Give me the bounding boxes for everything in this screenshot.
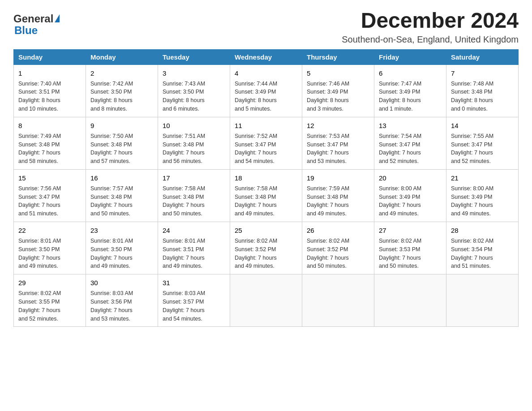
- day-daylight2: and 6 minutes.: [163, 106, 199, 112]
- day-daylight: Daylight: 8 hours: [18, 97, 60, 103]
- calendar-cell: 2Sunrise: 7:42 AMSunset: 3:50 PMDaylight…: [86, 64, 158, 117]
- calendar-week-row: 8Sunrise: 7:49 AMSunset: 3:48 PMDaylight…: [14, 117, 519, 169]
- calendar-header-monday: Monday: [86, 49, 158, 64]
- day-daylight: Daylight: 7 hours: [451, 202, 493, 208]
- day-sunset: Sunset: 3:47 PM: [18, 194, 60, 200]
- day-sunset: Sunset: 3:48 PM: [163, 194, 204, 200]
- day-number: 25: [235, 226, 297, 235]
- calendar-cell: 17Sunrise: 7:58 AMSunset: 3:48 PMDayligh…: [158, 170, 230, 222]
- day-sunrise: Sunrise: 7:43 AM: [163, 81, 205, 87]
- calendar-cell: 5Sunrise: 7:46 AMSunset: 3:49 PMDaylight…: [302, 64, 374, 117]
- day-daylight: Daylight: 7 hours: [307, 150, 349, 156]
- day-daylight: Daylight: 8 hours: [307, 97, 349, 103]
- day-sunrise: Sunrise: 7:52 AM: [235, 133, 277, 139]
- calendar-header-saturday: Saturday: [446, 49, 519, 64]
- day-sunrise: Sunrise: 7:54 AM: [379, 133, 421, 139]
- day-sunset: Sunset: 3:48 PM: [451, 89, 492, 95]
- day-number: 10: [163, 121, 225, 131]
- day-sunset: Sunset: 3:50 PM: [90, 246, 132, 253]
- day-sunrise: Sunrise: 7:51 AM: [163, 133, 205, 139]
- day-sunrise: Sunrise: 8:01 AM: [163, 238, 205, 244]
- month-year-title: December 2024: [342, 9, 519, 33]
- calendar-table: SundayMondayTuesdayWednesdayThursdayFrid…: [13, 49, 519, 327]
- day-number: 6: [379, 68, 442, 78]
- day-daylight: Daylight: 7 hours: [163, 202, 205, 208]
- calendar-cell: 4Sunrise: 7:44 AMSunset: 3:49 PMDaylight…: [230, 64, 302, 117]
- day-daylight: Daylight: 7 hours: [90, 150, 133, 156]
- day-sunrise: Sunrise: 8:03 AM: [90, 290, 133, 296]
- day-number: 21: [451, 173, 514, 183]
- day-daylight2: and 54 minutes.: [163, 316, 202, 322]
- calendar-cell: 27Sunrise: 8:02 AMSunset: 3:53 PMDayligh…: [374, 222, 446, 274]
- day-daylight2: and 0 minutes.: [451, 106, 488, 112]
- day-daylight2: and 49 minutes.: [451, 210, 491, 217]
- logo-triangle-icon: [55, 14, 60, 22]
- calendar-cell: 13Sunrise: 7:54 AMSunset: 3:47 PMDayligh…: [374, 117, 446, 169]
- day-sunset: Sunset: 3:52 PM: [307, 246, 348, 253]
- day-daylight: Daylight: 7 hours: [235, 255, 277, 261]
- day-sunset: Sunset: 3:49 PM: [379, 89, 420, 95]
- day-number: 30: [90, 278, 153, 288]
- day-number: 20: [379, 173, 442, 183]
- day-sunset: Sunset: 3:57 PM: [163, 299, 204, 305]
- calendar-header-sunday: Sunday: [14, 49, 86, 64]
- day-daylight2: and 5 minutes.: [235, 106, 271, 112]
- calendar-cell: 7Sunrise: 7:48 AMSunset: 3:48 PMDaylight…: [446, 64, 519, 117]
- day-daylight2: and 8 minutes.: [90, 106, 127, 112]
- day-daylight: Daylight: 8 hours: [235, 97, 277, 103]
- day-number: 15: [18, 173, 81, 183]
- day-daylight2: and 53 minutes.: [307, 158, 347, 164]
- day-sunrise: Sunrise: 7:58 AM: [163, 185, 205, 192]
- day-daylight: Daylight: 7 hours: [18, 255, 60, 261]
- day-daylight2: and 49 minutes.: [90, 263, 130, 269]
- day-number: 4: [235, 68, 297, 78]
- day-daylight: Daylight: 7 hours: [235, 202, 277, 208]
- day-daylight: Daylight: 7 hours: [451, 150, 493, 156]
- day-daylight2: and 49 minutes.: [235, 210, 275, 217]
- day-sunset: Sunset: 3:48 PM: [307, 194, 348, 200]
- calendar-cell: [302, 274, 374, 327]
- day-number: 14: [451, 121, 514, 131]
- day-daylight2: and 53 minutes.: [90, 316, 130, 322]
- day-sunset: Sunset: 3:47 PM: [235, 141, 276, 148]
- day-sunset: Sunset: 3:50 PM: [163, 89, 204, 95]
- day-number: 22: [18, 226, 81, 235]
- calendar-cell: 9Sunrise: 7:50 AMSunset: 3:48 PMDaylight…: [86, 117, 158, 169]
- day-daylight: Daylight: 7 hours: [451, 255, 493, 261]
- day-daylight: Daylight: 8 hours: [163, 97, 205, 103]
- day-number: 19: [307, 173, 369, 183]
- day-sunrise: Sunrise: 8:00 AM: [379, 185, 421, 192]
- day-daylight2: and 54 minutes.: [235, 158, 275, 164]
- day-sunset: Sunset: 3:50 PM: [18, 246, 60, 253]
- day-daylight2: and 50 minutes.: [307, 263, 347, 269]
- calendar-cell: 11Sunrise: 7:52 AMSunset: 3:47 PMDayligh…: [230, 117, 302, 169]
- day-daylight2: and 3 minutes.: [307, 106, 343, 112]
- day-daylight2: and 49 minutes.: [379, 210, 419, 217]
- day-daylight: Daylight: 7 hours: [379, 150, 421, 156]
- day-number: 8: [18, 121, 81, 131]
- day-daylight2: and 49 minutes.: [18, 263, 58, 269]
- day-sunrise: Sunrise: 7:59 AM: [307, 185, 349, 192]
- calendar-header-wednesday: Wednesday: [230, 49, 302, 64]
- day-daylight2: and 51 minutes.: [18, 210, 58, 217]
- day-number: 1: [18, 68, 81, 78]
- calendar-cell: [374, 274, 446, 327]
- calendar-header-tuesday: Tuesday: [158, 49, 230, 64]
- calendar-cell: 25Sunrise: 8:02 AMSunset: 3:52 PMDayligh…: [230, 222, 302, 274]
- day-number: 24: [163, 226, 225, 235]
- day-daylight: Daylight: 7 hours: [163, 150, 205, 156]
- day-daylight: Daylight: 8 hours: [90, 97, 133, 103]
- day-sunset: Sunset: 3:50 PM: [90, 89, 132, 95]
- day-sunrise: Sunrise: 8:02 AM: [451, 238, 493, 244]
- day-number: 17: [163, 173, 225, 183]
- day-daylight2: and 10 minutes.: [18, 106, 58, 112]
- day-daylight2: and 1 minute.: [379, 106, 413, 112]
- day-sunrise: Sunrise: 8:01 AM: [18, 238, 61, 244]
- day-daylight: Daylight: 7 hours: [18, 202, 60, 208]
- day-sunrise: Sunrise: 7:55 AM: [451, 133, 493, 139]
- day-sunset: Sunset: 3:54 PM: [451, 246, 492, 253]
- day-number: 11: [235, 121, 297, 131]
- day-sunset: Sunset: 3:49 PM: [307, 89, 348, 95]
- day-daylight: Daylight: 7 hours: [90, 307, 133, 313]
- logo: General Blue: [13, 13, 60, 37]
